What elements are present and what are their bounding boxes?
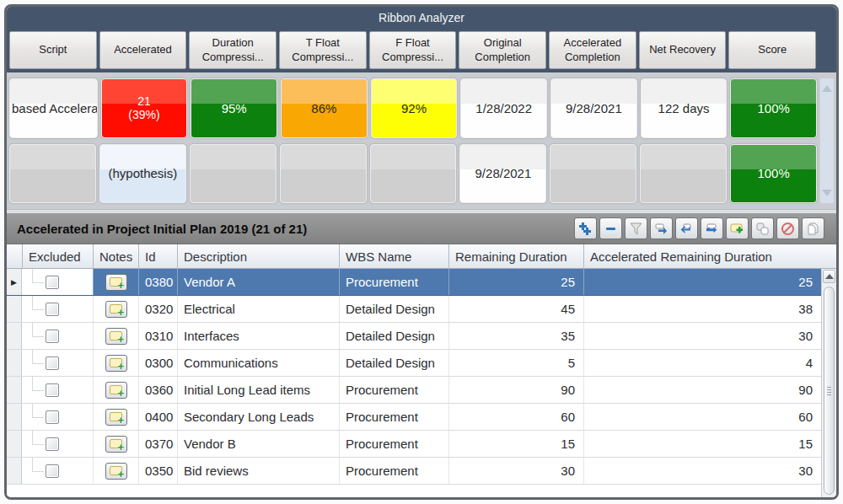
table-row[interactable]: + 0360 Initial Long Lead items Procureme… [7, 377, 821, 404]
wbs-cell[interactable]: Detailed Design [339, 296, 448, 322]
ribbon-header-original-completion[interactable]: Original Completion [459, 31, 546, 69]
grid-header-notes[interactable]: Notes [93, 244, 138, 268]
remaining-duration-cell[interactable]: 25 [448, 269, 583, 295]
t-float-compression-cell[interactable]: 86% [281, 78, 368, 138]
grid-header-wbs-name[interactable]: WBS Name [339, 244, 448, 268]
scroll-up-icon[interactable] [822, 85, 832, 92]
description-cell[interactable]: Electrical [177, 296, 339, 322]
hypothesis-cell[interactable]: (hypothesis) [99, 144, 186, 204]
ribbon-header-script[interactable]: Script [9, 31, 97, 69]
add-note-button[interactable]: + [105, 409, 127, 426]
excluded-checkbox[interactable] [46, 383, 59, 397]
description-cell[interactable]: Initial Long Lead items [177, 377, 339, 403]
table-row[interactable]: + 0310 Interfaces Detailed Design 35 30 [7, 323, 821, 350]
grid-vertical-scrollbar[interactable] [821, 269, 836, 497]
id-cell[interactable]: 0300 [138, 350, 177, 376]
description-cell[interactable]: Bid reviews [177, 458, 339, 484]
excluded-checkbox[interactable] [46, 357, 59, 370]
description-cell[interactable]: Interfaces [177, 323, 339, 349]
grid-header-excluded[interactable]: Excluded [22, 244, 93, 268]
scroll-down-icon[interactable] [822, 190, 832, 196]
remaining-duration-cell[interactable]: 90 [448, 377, 583, 403]
id-cell[interactable]: 0350 [138, 458, 177, 484]
table-row[interactable]: ▶ + 0380 Vendor A Procurement 25 25 [7, 269, 821, 296]
add-note-button[interactable]: + [105, 328, 127, 345]
add-note-button[interactable]: + [105, 355, 127, 372]
original-completion-cell-2[interactable]: 9/28/2021 [459, 144, 546, 204]
ribbon-header-accelerated[interactable]: Accelerated [99, 31, 187, 69]
net-recovery-cell[interactable]: 122 days [641, 78, 728, 138]
accelerated-remaining-cell[interactable]: 4 [583, 350, 821, 376]
accelerated-cell[interactable]: 21 (39%) [101, 78, 188, 138]
accelerated-remaining-cell[interactable]: 90 [583, 377, 821, 403]
grid-header-id[interactable]: Id [138, 244, 177, 268]
add-note-button[interactable]: + [105, 274, 127, 291]
add-button[interactable] [574, 217, 597, 239]
description-cell[interactable]: Vendor B [177, 431, 339, 457]
scrollbar-thumb[interactable] [824, 287, 835, 495]
remaining-duration-cell[interactable]: 5 [448, 350, 583, 376]
table-row[interactable]: + 0350 Bid reviews Procurement 30 30 [7, 458, 821, 485]
table-row[interactable]: + 0320 Electrical Detailed Design 45 38 [7, 296, 821, 323]
add-note-button[interactable]: + [105, 436, 127, 453]
f-float-compression-cell-empty[interactable] [370, 144, 457, 204]
ribbon-header-f-float-compression[interactable]: F Float Compressi... [369, 31, 457, 69]
remaining-duration-cell[interactable]: 45 [448, 296, 583, 322]
copy-cells-button[interactable] [751, 217, 774, 239]
remove-button[interactable] [599, 217, 622, 239]
wbs-cell[interactable]: Procurement [339, 431, 448, 457]
accelerated-remaining-cell[interactable]: 30 [583, 323, 821, 349]
excluded-checkbox[interactable] [46, 464, 59, 478]
accelerated-completion-cell[interactable]: 9/28/2021 [550, 78, 637, 138]
wbs-cell[interactable]: Procurement [339, 269, 448, 295]
accelerated-completion-cell-empty[interactable] [550, 144, 636, 204]
grid-header-remaining-duration[interactable]: Remaining Duration [448, 244, 583, 268]
scroll-up-button[interactable] [823, 270, 835, 283]
script-cell-empty[interactable] [9, 144, 96, 204]
net-recovery-cell-empty[interactable] [640, 144, 727, 204]
id-cell[interactable]: 0380 [138, 269, 177, 295]
accelerated-remaining-cell[interactable]: 15 [583, 431, 821, 457]
refresh-button[interactable] [675, 217, 698, 239]
wbs-cell[interactable]: Procurement [339, 404, 448, 430]
accelerated-remaining-cell[interactable]: 60 [583, 404, 821, 430]
copy-pages-button[interactable] [802, 217, 824, 239]
ribbon-header-accelerated-completion[interactable]: Accelerated Completion [549, 31, 636, 69]
add-note-button[interactable]: + [105, 463, 127, 480]
remaining-duration-cell[interactable]: 35 [448, 323, 583, 349]
excluded-checkbox[interactable] [46, 330, 59, 343]
add-note-button[interactable] [726, 217, 749, 239]
table-row[interactable]: + 0370 Vendor B Procurement 15 15 [7, 431, 821, 458]
ribbon-header-net-recovery[interactable]: Net Recovery [639, 31, 727, 69]
duration-compression-cell-empty[interactable] [190, 144, 277, 204]
description-cell[interactable]: Vendor A [177, 269, 339, 295]
add-note-button[interactable]: + [105, 301, 127, 318]
remaining-duration-cell[interactable]: 60 [448, 404, 583, 430]
excluded-checkbox[interactable] [46, 410, 59, 424]
remaining-duration-cell[interactable]: 15 [448, 431, 583, 457]
score-cell-2[interactable]: 100% [730, 144, 817, 204]
wbs-cell[interactable]: Procurement [339, 377, 448, 403]
id-cell[interactable]: 0320 [138, 296, 177, 322]
excluded-checkbox[interactable] [46, 437, 59, 451]
ribbon-header-score[interactable]: Score [728, 31, 816, 69]
cancel-button[interactable] [776, 217, 799, 239]
description-cell[interactable]: Secondary Long Leads [177, 404, 339, 430]
add-note-button[interactable]: + [105, 382, 127, 399]
accelerated-remaining-cell[interactable]: 30 [583, 458, 821, 484]
wbs-cell[interactable]: Detailed Design [339, 323, 448, 349]
excluded-checkbox[interactable] [46, 276, 59, 289]
filter-button[interactable] [625, 217, 647, 239]
t-float-compression-cell-empty[interactable] [280, 144, 367, 204]
original-completion-cell[interactable]: 1/28/2022 [460, 78, 547, 138]
id-cell[interactable]: 0360 [138, 377, 177, 403]
ribbon-vertical-scrollbar[interactable] [820, 78, 834, 203]
excluded-checkbox[interactable] [46, 303, 59, 316]
remaining-duration-cell[interactable]: 30 [448, 458, 583, 484]
wbs-cell[interactable]: Procurement [339, 458, 448, 484]
wbs-cell[interactable]: Detailed Design [339, 350, 448, 376]
score-cell[interactable]: 100% [730, 78, 817, 138]
grid-header-accelerated-remaining-duration[interactable]: Accelerated Remaining Duration [583, 244, 836, 268]
table-row[interactable]: + 0400 Secondary Long Leads Procurement … [7, 404, 821, 431]
accelerated-remaining-cell[interactable]: 38 [583, 296, 821, 322]
